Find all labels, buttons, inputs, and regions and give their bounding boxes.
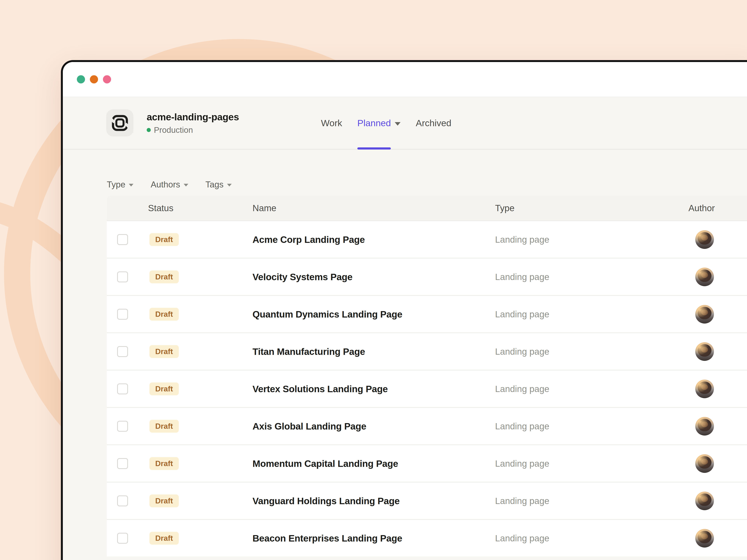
- author-avatar: [695, 342, 714, 361]
- author-avatar: [695, 230, 714, 249]
- page-type: Landing page: [495, 496, 549, 506]
- page-name[interactable]: Quantum Dynamics Landing Page: [253, 309, 402, 319]
- status-badge: Draft: [149, 233, 179, 246]
- page-name[interactable]: Axis Global Landing Page: [253, 421, 366, 431]
- table-row[interactable]: Draft Acme Corp Landing Page Landing pag…: [107, 220, 747, 258]
- status-badge: Draft: [149, 270, 179, 283]
- table-row[interactable]: Draft Momentum Capital Landing Page Land…: [107, 445, 747, 482]
- author-avatar: [695, 379, 714, 398]
- status-badge: Draft: [149, 382, 179, 395]
- project-name: acme-landing-pages: [147, 111, 239, 123]
- page-type: Landing page: [495, 533, 549, 543]
- pages-table: Status Name Type Author Draft Acme Corp …: [107, 195, 747, 557]
- row-checkbox[interactable]: [117, 458, 128, 469]
- project-title-block: acme-landing-pages Production: [147, 111, 239, 135]
- tab-planned[interactable]: Planned: [357, 97, 401, 149]
- status-badge: Draft: [149, 457, 179, 470]
- page-name[interactable]: Acme Corp Landing Page: [253, 234, 365, 245]
- active-tab-underline: [357, 148, 391, 150]
- table-row[interactable]: Draft Vanguard Holdings Landing Page Lan…: [107, 482, 747, 519]
- filter-tags[interactable]: Tags: [205, 180, 232, 189]
- author-avatar: [695, 417, 714, 435]
- column-header-name: Name: [253, 203, 277, 213]
- author-avatar: [695, 454, 714, 473]
- app-window: acme-landing-pages Production Work Plann…: [61, 60, 747, 560]
- page-type: Landing page: [495, 384, 549, 394]
- table-row[interactable]: Draft Quantum Dynamics Landing Page Land…: [107, 295, 747, 332]
- page-type: Landing page: [495, 272, 549, 282]
- table-row[interactable]: Draft Vertex Solutions Landing Page Land…: [107, 370, 747, 407]
- table-row[interactable]: Draft Beacon Enterprises Landing Page La…: [107, 519, 747, 557]
- page-name[interactable]: Titan Manufacturing Page: [253, 346, 365, 357]
- page-name[interactable]: Vertex Solutions Landing Page: [253, 383, 388, 394]
- status-badge: Draft: [149, 495, 179, 507]
- row-checkbox[interactable]: [117, 309, 128, 320]
- window-titlebar: [63, 62, 747, 97]
- column-header-status: Status: [148, 203, 173, 213]
- chevron-down-icon: [227, 184, 232, 186]
- column-header-type: Type: [495, 203, 515, 213]
- page-type: Landing page: [495, 458, 549, 469]
- table-body: Draft Acme Corp Landing Page Landing pag…: [107, 220, 747, 557]
- page-name[interactable]: Vanguard Holdings Landing Page: [253, 496, 400, 506]
- filter-type[interactable]: Type: [107, 180, 133, 189]
- status-badge: Draft: [149, 532, 179, 544]
- window-control-green-icon[interactable]: [77, 75, 85, 83]
- view-tabs: Work Planned Archived: [321, 97, 451, 149]
- table-row[interactable]: Draft Titan Manufacturing Page Landing p…: [107, 332, 747, 370]
- column-header-author: Author: [689, 203, 715, 213]
- table-header-row: Status Name Type Author: [107, 195, 747, 220]
- window-control-orange-icon[interactable]: [90, 75, 98, 83]
- page-type: Landing page: [495, 346, 549, 357]
- author-avatar: [695, 529, 714, 548]
- author-avatar: [695, 305, 714, 324]
- filter-bar: Type Authors Tags: [107, 150, 747, 190]
- environment-status: Production: [147, 126, 239, 135]
- page-name[interactable]: Velocity Systems Page: [253, 271, 353, 282]
- table-row[interactable]: Draft Velocity Systems Page Landing page: [107, 258, 747, 295]
- filter-authors[interactable]: Authors: [151, 180, 188, 189]
- table-row[interactable]: Draft Axis Global Landing Page Landing p…: [107, 407, 747, 445]
- project-header: acme-landing-pages Production Work Plann…: [63, 97, 747, 150]
- chevron-down-icon: [395, 122, 401, 126]
- author-avatar: [695, 491, 714, 510]
- content-area: Type Authors Tags Status Name Type Autho…: [63, 150, 747, 560]
- page-name[interactable]: Beacon Enterprises Landing Page: [253, 533, 402, 543]
- row-checkbox[interactable]: [117, 533, 128, 544]
- page-name[interactable]: Momentum Capital Landing Page: [253, 458, 398, 469]
- environment-dot-icon: [147, 128, 151, 132]
- aperture-square-icon: [107, 110, 133, 136]
- page-type: Landing page: [495, 234, 549, 245]
- author-avatar: [695, 268, 714, 286]
- page-type: Landing page: [495, 421, 549, 431]
- window-control-pink-icon[interactable]: [103, 75, 111, 83]
- status-badge: Draft: [149, 308, 179, 321]
- row-checkbox[interactable]: [117, 383, 128, 394]
- project-logo: [106, 109, 133, 136]
- status-badge: Draft: [149, 420, 179, 433]
- chevron-down-icon: [129, 184, 133, 186]
- row-checkbox[interactable]: [117, 271, 128, 282]
- row-checkbox[interactable]: [117, 234, 128, 245]
- row-checkbox[interactable]: [117, 421, 128, 432]
- row-checkbox[interactable]: [117, 496, 128, 506]
- status-badge: Draft: [149, 345, 179, 358]
- environment-label: Production: [154, 126, 193, 135]
- tab-work[interactable]: Work: [321, 97, 342, 149]
- tab-archived[interactable]: Archived: [416, 97, 451, 149]
- row-checkbox[interactable]: [117, 346, 128, 357]
- page-type: Landing page: [495, 309, 549, 319]
- chevron-down-icon: [184, 184, 188, 186]
